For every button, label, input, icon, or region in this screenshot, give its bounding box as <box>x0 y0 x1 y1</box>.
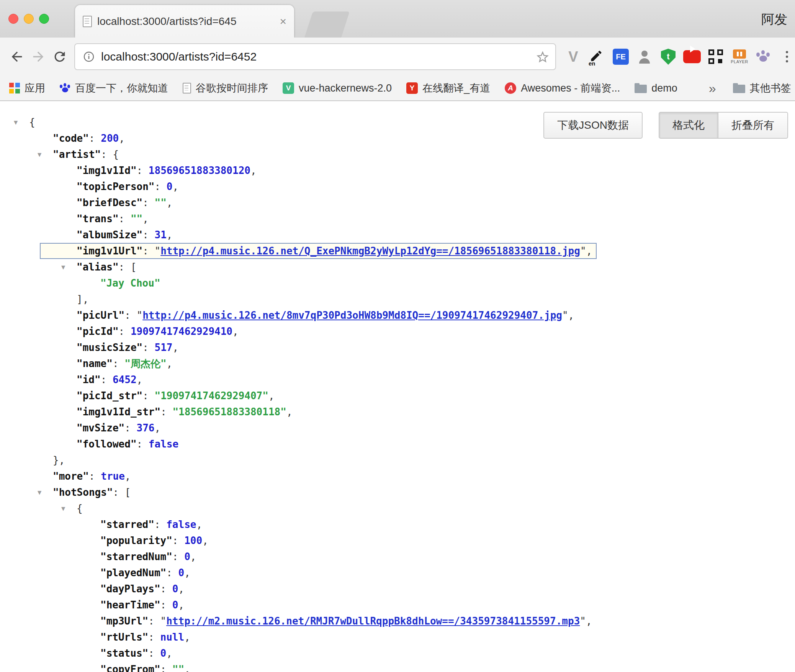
json-line: "img1v1Id": 18569651883380120, <box>0 162 795 179</box>
json-line: "Jay Chou" <box>0 275 795 291</box>
json-key: "status" <box>100 647 148 659</box>
json-quote: " <box>155 245 161 257</box>
zoom-window-button[interactable] <box>39 14 49 24</box>
json-key: "name" <box>77 358 113 369</box>
bookmark-star-icon[interactable] <box>535 50 550 64</box>
json-punct: : <box>148 631 160 643</box>
json-key: "picUrl" <box>77 310 124 321</box>
json-punct: ], <box>77 293 88 305</box>
bookmark-awesomes[interactable]: A Awesomes - 前端资... <box>505 81 620 95</box>
json-punct: , <box>184 631 190 643</box>
youtube-extension-icon[interactable] <box>683 46 701 68</box>
bookmark-youdao-translate[interactable]: Y 在线翻译_有道 <box>406 81 490 95</box>
apps-grid-icon <box>9 83 20 93</box>
player-extension-icon[interactable]: PLAYER <box>731 46 748 68</box>
bookmark-apps[interactable]: 应用 <box>9 81 45 95</box>
collapse-toggle-icon[interactable]: ▼ <box>61 259 65 275</box>
json-link[interactable]: http://p4.music.126.net/Q_ExePNkmgB2yWyL… <box>160 245 580 257</box>
json-line: "playedNum": 0, <box>0 565 795 581</box>
json-key: "copyFrom" <box>100 664 160 672</box>
json-line: "picId_str": "19097417462929407", <box>0 388 795 404</box>
shield-extension-icon[interactable]: t <box>659 46 677 68</box>
url-text[interactable]: localhost:3000/artists?id=6452 <box>101 50 257 63</box>
json-punct: , <box>586 245 592 257</box>
collapse-toggle-icon[interactable]: ▼ <box>38 484 41 500</box>
json-line: ], <box>0 291 795 307</box>
json-number: 0 <box>167 181 173 192</box>
json-punct: , <box>268 390 275 402</box>
bookmarks-overflow-chevron[interactable]: » <box>707 81 718 96</box>
page-content: 下载JSON数据 格式化 折叠所有 ▼{"code": 200,▼"artist… <box>0 101 795 671</box>
bookmark-google-sort[interactable]: 谷歌按时间排序 <box>183 81 268 95</box>
json-punct: }, <box>53 454 65 466</box>
fe-extension-icon[interactable]: FE <box>612 46 630 68</box>
json-punct: , <box>119 133 125 144</box>
extensions-area: V en FE t PLAYER <box>564 46 795 68</box>
json-punct: : <box>113 487 125 498</box>
json-number: 0 <box>172 583 178 595</box>
json-line: "mp3Url": "http://m2.music.126.net/RMJR7… <box>0 613 795 629</box>
tab-strip: localhost:3000/artists?id=645 × 阿发 <box>0 0 795 38</box>
json-line: ▼{ <box>0 500 795 516</box>
json-key: "hearTime" <box>100 599 160 611</box>
page-info-icon[interactable] <box>83 51 95 63</box>
folder-icon <box>635 83 647 93</box>
json-line: "mvSize": 376, <box>0 420 795 436</box>
json-line: "topicPerson": 0, <box>0 179 795 195</box>
json-key: "dayPlays" <box>100 583 160 595</box>
json-punct: : <box>148 615 160 627</box>
json-key: "followed" <box>77 438 137 450</box>
new-tab-button[interactable] <box>304 11 350 38</box>
json-number: 0 <box>172 599 178 611</box>
paw-extension-icon[interactable] <box>754 46 772 68</box>
json-line: "musicSize": 517, <box>0 339 795 356</box>
other-bookmarks-folder[interactable]: 其他书签 <box>733 81 791 95</box>
person-extension-icon[interactable] <box>636 46 653 68</box>
json-punct: : <box>172 535 184 546</box>
json-key: "hotSongs" <box>53 487 113 498</box>
json-punct: : <box>137 165 149 176</box>
json-link[interactable]: http://m2.music.126.net/RMJR7wDullRqppBk… <box>166 615 580 627</box>
browser-tab[interactable]: localhost:3000/artists?id=645 × <box>75 5 294 38</box>
collapse-toggle-icon[interactable]: ▼ <box>14 114 18 130</box>
json-punct: , <box>568 310 574 321</box>
json-line: }, <box>0 452 795 468</box>
json-punct: , <box>155 422 161 434</box>
json-line: ▼"alias": [ <box>0 259 795 275</box>
json-punct: , <box>196 519 202 530</box>
json-punct: : <box>119 213 131 225</box>
back-arrow-icon <box>9 49 25 64</box>
json-number: 18569651883380120 <box>149 165 250 176</box>
forward-button[interactable] <box>28 46 49 67</box>
json-link[interactable]: http://p4.music.126.net/8mv7qP30Pd3oHW8b… <box>142 310 562 321</box>
tab-close-icon[interactable]: × <box>280 16 286 27</box>
vimium-extension-icon[interactable]: V <box>564 46 582 68</box>
close-window-button[interactable] <box>8 14 18 24</box>
json-punct: : <box>155 181 167 192</box>
minimize-window-button[interactable] <box>24 14 34 24</box>
translate-pen-extension-icon[interactable]: en <box>588 46 606 68</box>
json-literal: false <box>166 519 196 530</box>
json-punct: , <box>190 551 196 562</box>
bookmark-vue-hackernews[interactable]: V vue-hackernews-2.0 <box>283 82 392 94</box>
collapse-toggle-icon[interactable]: ▼ <box>61 500 65 516</box>
address-bar[interactable]: localhost:3000/artists?id=6452 <box>74 43 556 70</box>
json-punct: , <box>232 326 239 337</box>
json-punct: : <box>142 197 154 208</box>
collapse-toggle-icon[interactable]: ▼ <box>38 146 41 162</box>
back-button[interactable] <box>6 46 28 67</box>
reload-button[interactable] <box>49 46 70 67</box>
json-punct: [ <box>125 487 131 498</box>
json-quote: " <box>562 310 568 321</box>
qr-code-extension-icon[interactable] <box>707 46 725 68</box>
json-key: "mp3Url" <box>100 615 148 627</box>
json-punct: , <box>184 664 190 672</box>
bookmark-demo-folder[interactable]: demo <box>635 82 677 94</box>
json-line: "code": 200, <box>0 130 795 146</box>
json-viewer: ▼{"code": 200,▼"artist": {"img1v1Id": 18… <box>0 101 795 672</box>
profile-name[interactable]: 阿发 <box>761 11 787 28</box>
bookmark-baidu[interactable]: 百度一下，你就知道 <box>60 81 168 95</box>
awesomes-icon: A <box>505 82 516 94</box>
json-key: "trans" <box>77 213 119 225</box>
chrome-menu-button[interactable] <box>778 46 795 68</box>
